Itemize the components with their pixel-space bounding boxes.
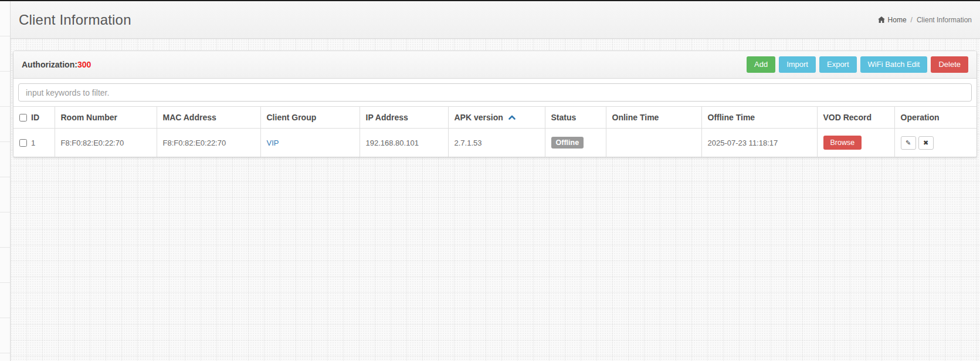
column-header-id[interactable]: ID	[13, 107, 55, 129]
cell-client-group: VIP	[260, 129, 360, 157]
column-header-apk-version[interactable]: APK version	[448, 107, 545, 129]
collapsed-sidebar-strip	[0, 1, 11, 361]
column-header-online-time[interactable]: Online Time	[606, 107, 701, 129]
panel-toolbar: Authorization:300 Add Import Export WiFi…	[13, 51, 976, 79]
authorization-value: 300	[77, 60, 91, 69]
column-header-operation[interactable]: Operation	[894, 107, 976, 129]
client-information-panel: Authorization:300 Add Import Export WiFi…	[13, 50, 977, 157]
page-title: Client Information	[19, 12, 131, 28]
add-button[interactable]: Add	[747, 56, 775, 73]
content-area: Authorization:300 Add Import Export WiFi…	[11, 39, 980, 361]
breadcrumb: Home / Client Information	[878, 16, 972, 24]
filter-input[interactable]	[18, 83, 972, 102]
row-id: 1	[31, 139, 35, 147]
client-table: ID Room Number MAC Address Client Group …	[13, 107, 976, 157]
home-icon	[878, 16, 885, 23]
breadcrumb-home-link[interactable]: Home	[888, 16, 907, 24]
client-group-link[interactable]: VIP	[267, 139, 279, 147]
cell-online-time	[606, 129, 701, 157]
cell-operation: ✎ ✖	[894, 129, 976, 157]
toolbar-buttons: Add Import Export WiFi Batch Edit Delete	[747, 56, 968, 73]
column-label-apk-version: APK version	[455, 113, 503, 122]
cell-id: 1	[13, 129, 55, 157]
cell-apk-version: 2.7.1.53	[448, 129, 545, 157]
app-root: Client Information Home / Client Informa…	[0, 1, 980, 361]
cell-status: Offline	[545, 129, 606, 157]
table-row: 1 F8:F0:82:E0:22:70 F8:F0:82:E0:22:70 VI…	[13, 129, 976, 157]
pencil-icon: ✎	[906, 140, 911, 146]
main-area: Client Information Home / Client Informa…	[11, 1, 980, 361]
delete-row-button[interactable]: ✖	[918, 136, 934, 150]
table-header-row: ID Room Number MAC Address Client Group …	[13, 107, 976, 129]
column-header-room-number[interactable]: Room Number	[55, 107, 157, 129]
authorization-label: Authorization:	[22, 60, 77, 69]
column-label-id: ID	[31, 113, 39, 122]
cell-vod-record: Browse	[817, 129, 894, 157]
page-header: Client Information Home / Client Informa…	[11, 1, 980, 39]
x-icon: ✖	[923, 140, 928, 146]
status-badge: Offline	[551, 137, 584, 149]
export-button[interactable]: Export	[819, 56, 857, 73]
delete-button[interactable]: Delete	[931, 56, 968, 73]
cell-offline-time: 2025-07-23 11:18:17	[701, 129, 817, 157]
column-header-offline-time[interactable]: Offline Time	[701, 107, 817, 129]
cell-ip-address: 192.168.80.101	[360, 129, 448, 157]
filter-row	[13, 79, 976, 107]
breadcrumb-current: Client Information	[917, 16, 972, 24]
authorization-text: Authorization:300	[22, 60, 91, 69]
column-header-vod-record[interactable]: VOD Record	[817, 107, 894, 129]
browse-button[interactable]: Browse	[823, 136, 862, 150]
column-header-client-group[interactable]: Client Group	[260, 107, 360, 129]
import-button[interactable]: Import	[779, 56, 816, 73]
column-header-ip-address[interactable]: IP Address	[360, 107, 448, 129]
edit-button[interactable]: ✎	[901, 136, 916, 150]
column-header-status[interactable]: Status	[545, 107, 606, 129]
column-header-mac-address[interactable]: MAC Address	[157, 107, 260, 129]
cell-room-number: F8:F0:82:E0:22:70	[55, 129, 157, 157]
cell-mac-address: F8:F0:82:E0:22:70	[157, 129, 260, 157]
select-all-checkbox[interactable]	[19, 114, 27, 122]
breadcrumb-separator: /	[911, 16, 913, 24]
wifi-batch-edit-button[interactable]: WiFi Batch Edit	[860, 56, 928, 73]
chevron-up-icon	[508, 114, 516, 120]
row-checkbox[interactable]	[19, 139, 27, 147]
